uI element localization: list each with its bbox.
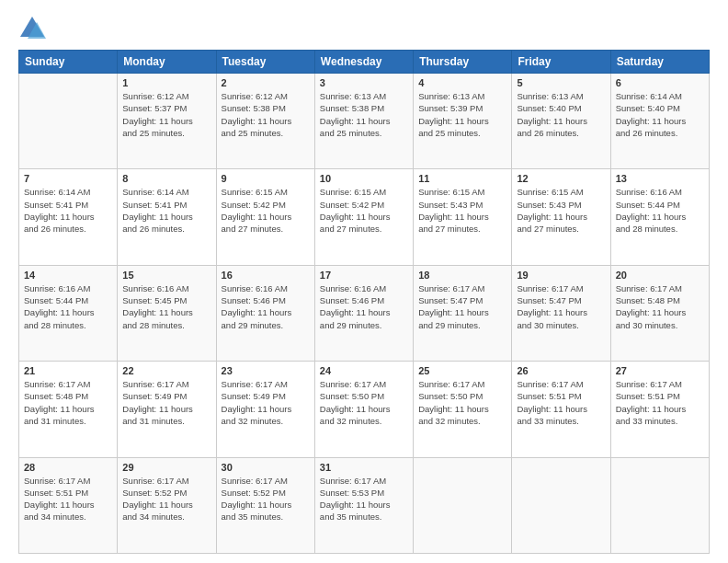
day-info: Sunrise: 6:17 AM Sunset: 5:48 PM Dayligh… [24, 378, 112, 427]
day-info: Sunrise: 6:16 AM Sunset: 5:46 PM Dayligh… [222, 282, 310, 331]
day-info: Sunrise: 6:13 AM Sunset: 5:40 PM Dayligh… [517, 90, 605, 139]
day-number: 2 [222, 77, 310, 88]
day-number: 27 [616, 365, 704, 376]
calendar-cell: 13Sunrise: 6:16 AM Sunset: 5:44 PM Dayli… [610, 169, 709, 265]
day-info: Sunrise: 6:17 AM Sunset: 5:51 PM Dayligh… [517, 378, 605, 427]
calendar-cell: 2Sunrise: 6:12 AM Sunset: 5:38 PM Daylig… [216, 74, 314, 169]
calendar-week-row: 14Sunrise: 6:16 AM Sunset: 5:44 PM Dayli… [19, 265, 710, 361]
day-info: Sunrise: 6:14 AM Sunset: 5:41 PM Dayligh… [24, 186, 112, 235]
day-number: 5 [517, 77, 605, 88]
calendar-week-row: 28Sunrise: 6:17 AM Sunset: 5:51 PM Dayli… [19, 457, 710, 553]
day-number: 11 [418, 173, 506, 184]
calendar-cell: 1Sunrise: 6:12 AM Sunset: 5:37 PM Daylig… [118, 74, 216, 169]
calendar-table: SundayMondayTuesdayWednesdayThursdayFrid… [18, 50, 710, 554]
calendar-week-row: 1Sunrise: 6:12 AM Sunset: 5:37 PM Daylig… [19, 74, 710, 169]
day-number: 28 [24, 462, 112, 473]
day-info: Sunrise: 6:17 AM Sunset: 5:50 PM Dayligh… [320, 378, 408, 427]
calendar-cell: 27Sunrise: 6:17 AM Sunset: 5:51 PM Dayli… [610, 362, 709, 457]
page: SundayMondayTuesdayWednesdayThursdayFrid… [0, 0, 728, 563]
calendar-cell: 18Sunrise: 6:17 AM Sunset: 5:47 PM Dayli… [414, 265, 512, 361]
day-number: 31 [320, 462, 408, 473]
day-info: Sunrise: 6:17 AM Sunset: 5:47 PM Dayligh… [517, 282, 605, 331]
weekday-header: Wednesday [314, 51, 413, 74]
calendar-week-row: 21Sunrise: 6:17 AM Sunset: 5:48 PM Dayli… [19, 362, 710, 457]
calendar-cell: 25Sunrise: 6:17 AM Sunset: 5:50 PM Dayli… [414, 362, 512, 457]
day-number: 4 [418, 77, 506, 88]
day-number: 18 [418, 270, 506, 281]
day-number: 29 [122, 462, 210, 473]
calendar-cell: 9Sunrise: 6:15 AM Sunset: 5:42 PM Daylig… [216, 169, 314, 265]
calendar-cell: 30Sunrise: 6:17 AM Sunset: 5:52 PM Dayli… [216, 457, 314, 553]
day-number: 10 [320, 173, 408, 184]
day-info: Sunrise: 6:15 AM Sunset: 5:43 PM Dayligh… [418, 186, 506, 235]
calendar-cell: 10Sunrise: 6:15 AM Sunset: 5:42 PM Dayli… [314, 169, 413, 265]
day-number: 25 [418, 365, 506, 376]
day-number: 14 [24, 270, 112, 281]
day-number: 22 [122, 365, 210, 376]
calendar-cell: 22Sunrise: 6:17 AM Sunset: 5:49 PM Dayli… [118, 362, 216, 457]
day-number: 8 [122, 173, 210, 184]
logo-icon [18, 15, 46, 42]
calendar-cell [19, 74, 118, 169]
calendar-cell: 4Sunrise: 6:13 AM Sunset: 5:39 PM Daylig… [414, 74, 512, 169]
calendar-cell: 6Sunrise: 6:14 AM Sunset: 5:40 PM Daylig… [610, 74, 709, 169]
calendar-header-row: SundayMondayTuesdayWednesdayThursdayFrid… [19, 51, 710, 74]
day-info: Sunrise: 6:16 AM Sunset: 5:45 PM Dayligh… [122, 282, 210, 331]
day-info: Sunrise: 6:15 AM Sunset: 5:42 PM Dayligh… [222, 186, 310, 235]
day-number: 12 [517, 173, 605, 184]
day-number: 19 [517, 270, 605, 281]
calendar-cell: 11Sunrise: 6:15 AM Sunset: 5:43 PM Dayli… [414, 169, 512, 265]
day-info: Sunrise: 6:17 AM Sunset: 5:48 PM Dayligh… [616, 282, 704, 331]
calendar-cell: 16Sunrise: 6:16 AM Sunset: 5:46 PM Dayli… [216, 265, 314, 361]
calendar-cell [414, 457, 512, 553]
day-info: Sunrise: 6:17 AM Sunset: 5:51 PM Dayligh… [24, 475, 112, 523]
day-info: Sunrise: 6:12 AM Sunset: 5:37 PM Dayligh… [122, 90, 210, 139]
weekday-header: Monday [118, 51, 216, 74]
day-info: Sunrise: 6:15 AM Sunset: 5:42 PM Dayligh… [320, 186, 408, 235]
day-info: Sunrise: 6:17 AM Sunset: 5:51 PM Dayligh… [616, 378, 704, 427]
day-number: 17 [320, 270, 408, 281]
day-number: 9 [222, 173, 310, 184]
weekday-header: Thursday [414, 51, 512, 74]
day-info: Sunrise: 6:16 AM Sunset: 5:46 PM Dayligh… [320, 282, 408, 331]
day-info: Sunrise: 6:17 AM Sunset: 5:53 PM Dayligh… [320, 475, 408, 523]
day-info: Sunrise: 6:16 AM Sunset: 5:44 PM Dayligh… [24, 282, 112, 331]
day-info: Sunrise: 6:17 AM Sunset: 5:52 PM Dayligh… [222, 475, 310, 523]
day-info: Sunrise: 6:15 AM Sunset: 5:43 PM Dayligh… [517, 186, 605, 235]
calendar-cell: 21Sunrise: 6:17 AM Sunset: 5:48 PM Dayli… [19, 362, 118, 457]
day-number: 30 [222, 462, 310, 473]
day-number: 6 [616, 77, 704, 88]
weekday-header: Tuesday [216, 51, 314, 74]
day-info: Sunrise: 6:17 AM Sunset: 5:49 PM Dayligh… [222, 378, 310, 427]
calendar-cell: 17Sunrise: 6:16 AM Sunset: 5:46 PM Dayli… [314, 265, 413, 361]
weekday-header: Friday [512, 51, 610, 74]
day-info: Sunrise: 6:17 AM Sunset: 5:47 PM Dayligh… [418, 282, 506, 331]
calendar-cell: 28Sunrise: 6:17 AM Sunset: 5:51 PM Dayli… [19, 457, 118, 553]
day-number: 15 [122, 270, 210, 281]
calendar-cell: 19Sunrise: 6:17 AM Sunset: 5:47 PM Dayli… [512, 265, 610, 361]
weekday-header: Saturday [610, 51, 709, 74]
calendar-cell: 29Sunrise: 6:17 AM Sunset: 5:52 PM Dayli… [118, 457, 216, 553]
day-info: Sunrise: 6:12 AM Sunset: 5:38 PM Dayligh… [222, 90, 310, 139]
day-number: 20 [616, 270, 704, 281]
header [18, 15, 710, 42]
day-info: Sunrise: 6:13 AM Sunset: 5:39 PM Dayligh… [418, 90, 506, 139]
weekday-header: Sunday [19, 51, 118, 74]
calendar-cell: 3Sunrise: 6:13 AM Sunset: 5:38 PM Daylig… [314, 74, 413, 169]
day-number: 1 [122, 77, 210, 88]
day-number: 16 [222, 270, 310, 281]
day-info: Sunrise: 6:16 AM Sunset: 5:44 PM Dayligh… [616, 186, 704, 235]
day-info: Sunrise: 6:17 AM Sunset: 5:52 PM Dayligh… [122, 475, 210, 523]
day-number: 24 [320, 365, 408, 376]
day-number: 26 [517, 365, 605, 376]
calendar-cell: 15Sunrise: 6:16 AM Sunset: 5:45 PM Dayli… [118, 265, 216, 361]
day-info: Sunrise: 6:14 AM Sunset: 5:41 PM Dayligh… [122, 186, 210, 235]
calendar-cell: 14Sunrise: 6:16 AM Sunset: 5:44 PM Dayli… [19, 265, 118, 361]
calendar-week-row: 7Sunrise: 6:14 AM Sunset: 5:41 PM Daylig… [19, 169, 710, 265]
calendar-cell: 31Sunrise: 6:17 AM Sunset: 5:53 PM Dayli… [314, 457, 413, 553]
calendar-cell: 23Sunrise: 6:17 AM Sunset: 5:49 PM Dayli… [216, 362, 314, 457]
calendar-cell: 5Sunrise: 6:13 AM Sunset: 5:40 PM Daylig… [512, 74, 610, 169]
day-info: Sunrise: 6:17 AM Sunset: 5:50 PM Dayligh… [418, 378, 506, 427]
day-info: Sunrise: 6:17 AM Sunset: 5:49 PM Dayligh… [122, 378, 210, 427]
logo [18, 15, 50, 42]
